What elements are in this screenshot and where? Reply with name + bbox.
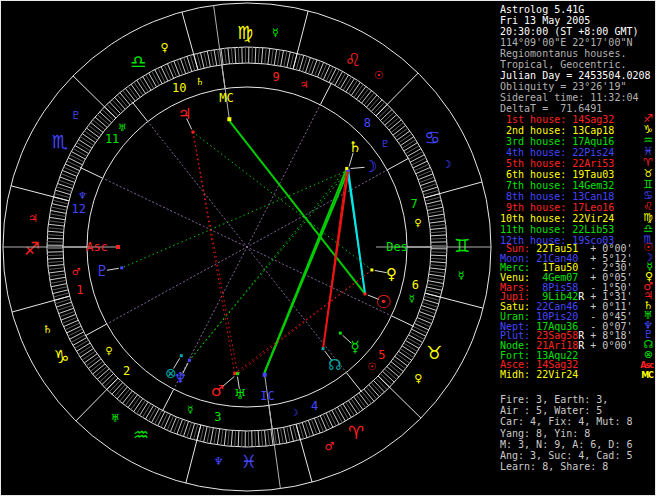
planet-dot — [233, 372, 236, 375]
degree-tick — [140, 78, 149, 91]
planet-position-list: Sun: 22Tau51 + 0°00'☉Moon: 21Can40 + 5°1… — [500, 244, 654, 380]
degree-tick — [427, 287, 443, 290]
degree-tick — [112, 383, 123, 395]
aspect-line — [235, 270, 372, 373]
degree-tick — [148, 407, 156, 421]
degree-tick — [86, 128, 99, 138]
degree-tick — [271, 49, 273, 65]
degree-tick — [430, 224, 446, 226]
degree-tick — [97, 114, 109, 125]
degree-tick — [387, 367, 399, 377]
degree-tick — [369, 385, 380, 397]
degree-tick — [200, 53, 204, 69]
degree-tick — [158, 412, 165, 426]
degree-tick — [221, 429, 223, 445]
degree-tick — [73, 148, 87, 156]
degree-tick — [224, 48, 226, 64]
degree-tick — [409, 152, 423, 160]
degree-tick — [430, 268, 446, 270]
degree-tick — [287, 52, 290, 68]
degree-tick — [357, 86, 367, 99]
degree-tick — [238, 431, 239, 447]
sign-taurus-icon: ♉ — [426, 342, 442, 363]
degree-tick — [258, 47, 259, 63]
degree-tick — [349, 80, 358, 93]
degree-tick — [335, 71, 343, 85]
degree-tick — [387, 117, 399, 127]
sign-boundary — [296, 424, 312, 482]
degree-tick — [161, 66, 168, 80]
degree-tick — [258, 431, 259, 447]
degree-tick — [100, 112, 112, 123]
degree-tick — [359, 88, 369, 101]
degree-tick — [65, 164, 80, 171]
header-line: Regiomontanus houses. — [500, 48, 654, 59]
degree-tick — [323, 65, 330, 80]
degree-tick — [115, 97, 126, 109]
degree-tick — [82, 351, 95, 360]
degree-tick — [50, 277, 66, 280]
degree-tick — [380, 374, 392, 385]
degree-tick — [48, 268, 64, 270]
degree-tick — [429, 218, 445, 220]
degree-tick — [409, 335, 423, 343]
degree-tick — [400, 137, 413, 146]
degree-tick — [329, 412, 336, 426]
degree-tick — [91, 122, 104, 132]
sign-scorpio-icon: ♏ — [52, 131, 68, 152]
degree-tick — [125, 393, 135, 406]
house-ruler-icon: ☿ — [187, 404, 193, 415]
des-label: Des — [386, 240, 408, 254]
degree-tick — [77, 142, 91, 150]
degree-tick — [427, 207, 443, 210]
wheel-node-icon: ☊ — [328, 356, 341, 374]
degree-tick — [413, 161, 427, 168]
degree-tick — [427, 204, 443, 207]
degree-tick — [343, 77, 351, 91]
house-number: 2 — [123, 364, 130, 378]
degree-tick — [343, 404, 351, 418]
degree-tick — [49, 274, 65, 276]
house-ruler-icon: ♂ — [72, 266, 81, 277]
house-row: 8th house: 13Can18♋ — [500, 191, 654, 202]
chart-wheel: ♈♂♉♀♊☿♋☽♌☉♍☿♎♀♏♇♐♃♑♄♒♅♓♆1♂2♀3☿4☽5☉6☿7♀8♇… — [0, 0, 496, 496]
degree-tick — [82, 134, 95, 143]
stats-line: Air : 5, Water: 5 — [500, 405, 654, 416]
degree-tick — [68, 329, 82, 336]
degree-tick — [228, 430, 230, 446]
header-line: Obliquity = 23°26'19" — [500, 81, 654, 92]
wheel-saturn-icon: ♄ — [348, 138, 361, 156]
sign-ruler-icon: ♅ — [110, 412, 120, 425]
degree-tick — [427, 284, 443, 287]
degree-tick — [84, 131, 97, 140]
degree-tick — [320, 416, 326, 431]
degree-tick — [164, 65, 171, 80]
header-line: Julian Day = 2453504.0208 — [500, 70, 654, 81]
degree-tick — [235, 47, 236, 63]
stats-line: Ang: 3, Suc: 4, Cad: 5 — [500, 450, 654, 461]
house-row: 11th house: 22Lib53♎ — [500, 224, 654, 235]
degree-tick — [431, 235, 447, 236]
degree-tick — [70, 332, 84, 339]
degree-tick — [417, 318, 432, 324]
degree-tick — [364, 93, 374, 105]
degree-tick — [290, 426, 294, 442]
house-cusp-text: 1st house: 14Sag32 — [500, 114, 614, 125]
degree-tick — [430, 228, 446, 230]
degree-tick — [391, 362, 404, 372]
wheel-uranus-icon: ♅ — [234, 386, 247, 402]
degree-tick — [117, 95, 127, 107]
degree-tick — [48, 265, 64, 267]
degree-tick — [47, 258, 63, 259]
degree-tick — [428, 214, 444, 217]
house-cusp-text: 11th house: 22Lib53 — [500, 224, 614, 235]
degree-tick — [323, 414, 330, 429]
house-row: 9th house: 17Leo16♌ — [500, 202, 654, 213]
house-ruler-icon: ♀ — [414, 217, 421, 228]
degree-tick — [416, 320, 431, 326]
degree-tick — [332, 410, 339, 424]
house-cusp-dotted — [103, 178, 392, 316]
degree-tick — [78, 139, 91, 148]
degree-tick — [207, 427, 210, 443]
header-line: Tropical, Geocentric. — [500, 59, 654, 70]
